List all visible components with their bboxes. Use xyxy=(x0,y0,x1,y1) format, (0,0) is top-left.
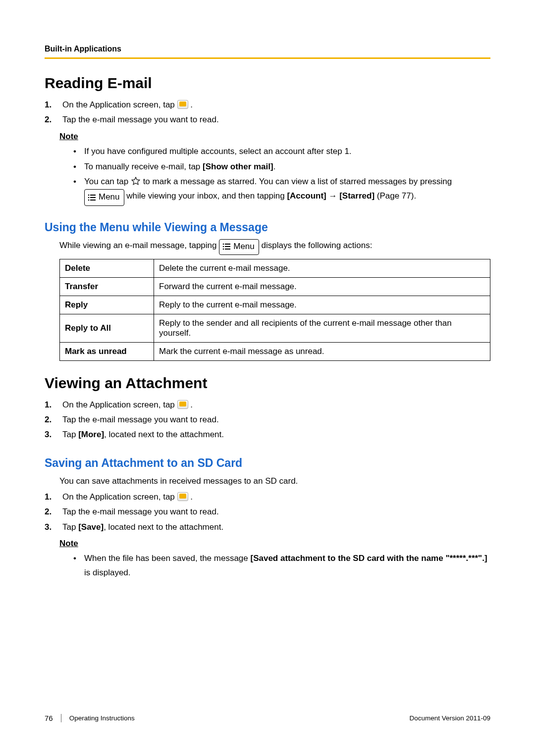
note-text: If you have configured multiple accounts… xyxy=(84,147,352,156)
table-row: TransferForward the current e-mail messa… xyxy=(60,277,490,296)
table-row: DeleteDelete the current e-mail message. xyxy=(60,259,490,277)
footer-doc-title: Operating Instructions xyxy=(69,714,135,722)
menu-chip: Menu xyxy=(219,239,259,254)
step-item: 3. Tap [More], located next to the attac… xyxy=(62,428,490,441)
actions-table: DeleteDelete the current e-mail message.… xyxy=(59,259,490,361)
action-desc: Mark the current e-mail message as unrea… xyxy=(154,342,490,360)
step-text: Tap the e-mail message you want to read. xyxy=(62,507,219,516)
svg-rect-5 xyxy=(90,200,96,201)
email-icon xyxy=(177,100,188,109)
note-bullet: To manually receive e-mail, tap [Show ot… xyxy=(84,160,490,174)
arrow-icon: → xyxy=(326,192,339,201)
step-text: On the Application screen, tap xyxy=(62,492,177,502)
action-name: Reply xyxy=(60,296,154,314)
menu-chip-label: Menu xyxy=(99,190,120,204)
step-item: 1. On the Application screen, tap . xyxy=(62,399,490,411)
menu-chip-label: Menu xyxy=(233,240,255,253)
note-text: is displayed. xyxy=(84,568,131,577)
note-text: (Page 77). xyxy=(374,192,416,201)
svg-rect-9 xyxy=(225,246,230,247)
note-bullet: When the file has been saved, the messag… xyxy=(84,552,490,580)
heading-viewing-attachment: Viewing an Attachment xyxy=(45,375,490,392)
note-bold: [Show other mail] xyxy=(203,162,273,171)
note-label: Note xyxy=(59,132,490,142)
step-text: , located next to the attachment. xyxy=(104,522,223,532)
step-text: Tap xyxy=(62,430,78,439)
note-text: When the file has been saved, the messag… xyxy=(84,554,250,563)
note-text: To manually receive e-mail, tap xyxy=(84,162,203,171)
step-item: 1. On the Application screen, tap . xyxy=(62,99,490,111)
step-text: On the Application screen, tap xyxy=(62,100,177,109)
email-icon xyxy=(177,492,188,501)
svg-point-4 xyxy=(88,199,90,201)
action-name: Delete xyxy=(60,259,154,277)
svg-point-2 xyxy=(88,197,90,198)
intro-text: You can save attachments in received mes… xyxy=(59,475,490,488)
svg-point-0 xyxy=(88,194,90,196)
note-label: Note xyxy=(59,539,490,549)
footer-doc-version: Document Version 2011-09 xyxy=(409,714,490,722)
step-item: 2. Tap the e-mail message you want to re… xyxy=(62,505,490,518)
step-text: . xyxy=(190,400,193,409)
step-item: 1. On the Application screen, tap . xyxy=(62,491,490,504)
note-text: to mark a message as starred. You can vi… xyxy=(143,177,452,186)
step-text: On the Application screen, tap xyxy=(62,400,177,409)
note-bullet: You can tap to mark a message as starred… xyxy=(84,175,490,206)
note-text: . xyxy=(273,162,276,171)
action-desc: Reply to the current e-mail message. xyxy=(154,296,490,314)
menu-list-icon xyxy=(88,194,96,201)
svg-rect-7 xyxy=(225,244,230,245)
header-rule xyxy=(45,57,490,59)
table-row: Mark as unreadMark the current e-mail me… xyxy=(60,342,490,360)
heading-using-menu: Using the Menu while Viewing a Message xyxy=(45,221,490,234)
email-icon xyxy=(177,400,188,409)
intro-pre: While viewing an e-mail message, tapping xyxy=(59,241,219,250)
step-bold: [Save] xyxy=(78,522,104,532)
note-text: while viewing your inbox, and then tappi… xyxy=(126,192,287,201)
menu-list-icon xyxy=(222,243,230,250)
star-icon xyxy=(131,176,141,186)
note-bold: [Saved attachment to the SD card with th… xyxy=(250,554,487,563)
note-bullet: If you have configured multiple accounts… xyxy=(84,145,490,159)
svg-rect-11 xyxy=(225,249,230,250)
action-name: Reply to All xyxy=(60,314,154,342)
heading-saving-attachment: Saving an Attachment to an SD Card xyxy=(45,456,490,470)
action-desc: Forward the current e-mail message. xyxy=(154,277,490,296)
step-text: Tap xyxy=(62,522,78,532)
action-desc: Delete the current e-mail message. xyxy=(154,259,490,277)
menu-chip: Menu xyxy=(84,189,124,206)
intro-text: While viewing an e-mail message, tapping… xyxy=(59,239,490,254)
header-section-label: Built-in Applications xyxy=(45,45,490,53)
svg-point-6 xyxy=(223,244,224,245)
action-desc: Reply to the sender and all recipients o… xyxy=(154,314,490,342)
table-row: ReplyReply to the current e-mail message… xyxy=(60,296,490,314)
step-text: Tap the e-mail message you want to read. xyxy=(62,115,219,124)
svg-point-8 xyxy=(223,246,224,248)
svg-rect-1 xyxy=(90,195,96,196)
intro-post: displays the following actions: xyxy=(261,241,372,250)
step-item: 3. Tap [Save], located next to the attac… xyxy=(62,521,490,534)
table-row: Reply to AllReply to the sender and all … xyxy=(60,314,490,342)
heading-reading-email: Reading E-mail xyxy=(45,75,490,92)
step-item: 2. Tap the e-mail message you want to re… xyxy=(62,113,490,126)
note-bold: [Account] xyxy=(287,192,326,201)
step-item: 2. Tap the e-mail message you want to re… xyxy=(62,413,490,426)
note-bold: [Starred] xyxy=(339,192,374,201)
svg-rect-3 xyxy=(90,197,96,198)
page-footer: 76 Operating Instructions Document Versi… xyxy=(45,714,490,722)
step-text: . xyxy=(190,492,193,502)
step-text: , located next to the attachment. xyxy=(104,430,224,439)
step-text: Tap the e-mail message you want to read. xyxy=(62,415,219,424)
step-text: . xyxy=(190,100,193,109)
action-name: Mark as unread xyxy=(60,342,154,360)
page-number: 76 xyxy=(45,714,61,722)
svg-point-10 xyxy=(223,249,224,250)
note-text: You can tap xyxy=(84,177,131,186)
step-bold: [More] xyxy=(78,430,104,439)
action-name: Transfer xyxy=(60,277,154,296)
